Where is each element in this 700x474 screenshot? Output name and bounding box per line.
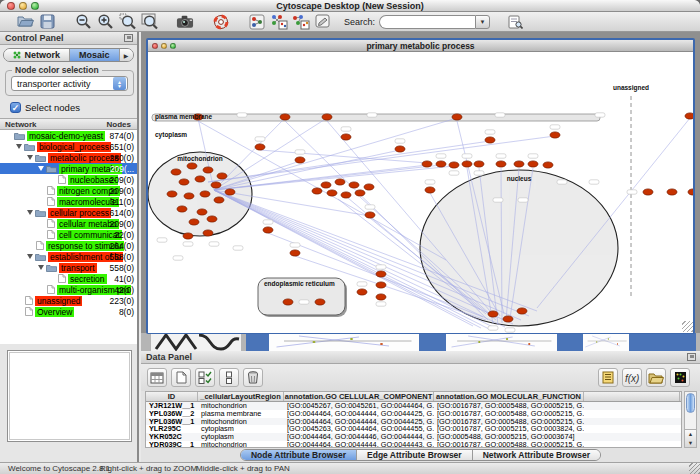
network-node[interactable] bbox=[322, 114, 332, 120]
network-node[interactable] bbox=[321, 182, 331, 188]
layout-b-icon[interactable] bbox=[291, 13, 311, 31]
tree-item[interactable]: cellular metabo209(0) bbox=[0, 218, 137, 229]
show-columns-icon[interactable] bbox=[147, 368, 167, 387]
network-node[interactable] bbox=[436, 161, 446, 167]
node-color-select[interactable]: transporter activity ▲▼ bbox=[11, 76, 128, 91]
network-node[interactable] bbox=[422, 161, 432, 167]
tree-expand-icon[interactable] bbox=[38, 166, 44, 171]
search-dropdown-icon[interactable]: ▼ bbox=[475, 15, 490, 29]
network-node[interactable] bbox=[187, 163, 197, 169]
network-node[interactable] bbox=[528, 161, 538, 167]
network-node[interactable] bbox=[376, 282, 386, 288]
network-node[interactable] bbox=[280, 114, 290, 120]
tree-expand-icon[interactable] bbox=[16, 144, 22, 149]
network-node[interactable] bbox=[462, 161, 472, 167]
tree-item[interactable]: cellular process614(0) bbox=[0, 207, 137, 218]
network-node[interactable] bbox=[355, 190, 365, 196]
tree-item[interactable]: nitrogen compo209(0) bbox=[0, 185, 137, 196]
zoom-selected-icon[interactable] bbox=[117, 13, 137, 31]
import-attributes-icon[interactable] bbox=[646, 368, 666, 387]
tree-item[interactable]: macromolecule311(0) bbox=[0, 196, 137, 207]
tab-network[interactable]: Network bbox=[4, 49, 70, 61]
network-node[interactable] bbox=[283, 299, 293, 305]
browser-tab[interactable]: Node Attribute Browser bbox=[241, 450, 357, 460]
network-node[interactable] bbox=[295, 157, 305, 163]
snapshot-camera-icon[interactable] bbox=[175, 13, 195, 31]
float-panel-icon[interactable] bbox=[124, 34, 133, 42]
network-node[interactable] bbox=[263, 227, 273, 233]
table-row[interactable]: YKR052Ccytoplasm[GO:0044464, GO:0044446,… bbox=[146, 433, 681, 441]
tree-item[interactable]: nucleobase-209(0) bbox=[0, 174, 137, 185]
table-row[interactable]: YJR121W__1mitochondrion[GO:0045267, GO:0… bbox=[146, 402, 681, 410]
table-column-header[interactable]: annotation.GO MOLECULAR_FUNCTION bbox=[434, 392, 584, 401]
network-node[interactable] bbox=[341, 192, 351, 198]
network-node[interactable] bbox=[425, 187, 435, 193]
tree-item[interactable]: secretion41(0) bbox=[0, 273, 137, 284]
tree-item[interactable]: transport558(0) bbox=[0, 262, 137, 273]
scroll-down-icon[interactable]: ▼ bbox=[685, 439, 696, 448]
data-panel-float-icon[interactable] bbox=[687, 353, 696, 361]
network-node[interactable] bbox=[357, 289, 367, 295]
table-row[interactable]: YDR039C__1mitochondrion[GO:0044464, GO:0… bbox=[146, 441, 681, 448]
network-node[interactable] bbox=[290, 250, 300, 256]
delete-attribute-icon[interactable] bbox=[243, 368, 263, 387]
table-column-header[interactable] bbox=[584, 392, 680, 401]
network-node[interactable] bbox=[364, 184, 374, 190]
table-column-header[interactable]: _cellularLayoutRegion bbox=[198, 392, 284, 401]
network-node[interactable] bbox=[167, 191, 177, 197]
network-node[interactable] bbox=[255, 144, 265, 150]
matrix-view-icon[interactable] bbox=[670, 368, 690, 387]
network-node[interactable] bbox=[203, 230, 213, 236]
network-node[interactable] bbox=[517, 308, 527, 314]
network-node[interactable] bbox=[688, 189, 693, 195]
zoom-fit-icon[interactable] bbox=[139, 13, 159, 31]
network-node[interactable] bbox=[395, 146, 405, 152]
network-node[interactable] bbox=[376, 294, 386, 300]
table-scrollbar-thumb[interactable] bbox=[686, 393, 695, 413]
annotations-icon[interactable] bbox=[313, 13, 333, 31]
network-node[interactable] bbox=[365, 212, 375, 218]
window-resize-grip[interactable] bbox=[682, 321, 693, 332]
network-node[interactable] bbox=[667, 189, 677, 195]
tree-expand-icon[interactable] bbox=[27, 155, 33, 160]
network-node[interactable] bbox=[225, 189, 235, 195]
table-column-header[interactable]: annotation.GO CELLULAR_COMPONENT bbox=[284, 392, 434, 401]
birdseye-view[interactable] bbox=[7, 350, 132, 442]
network-node[interactable] bbox=[496, 161, 506, 167]
tabs-overflow-icon[interactable]: ▶ bbox=[120, 49, 133, 61]
tree-item[interactable]: Overview8(0) bbox=[0, 306, 137, 317]
table-row[interactable]: YLR295Ccytoplasm[GO:0045263, GO:0044464,… bbox=[146, 425, 681, 433]
tree-item[interactable]: mosaic-demo-yeast874(0) bbox=[0, 130, 137, 141]
tree-item[interactable]: unassigned223(0) bbox=[0, 295, 137, 306]
network-node[interactable] bbox=[550, 132, 560, 138]
tree-expand-icon[interactable] bbox=[38, 265, 44, 270]
network-node[interactable] bbox=[211, 182, 221, 188]
tree-item[interactable]: cell communicat22(0) bbox=[0, 229, 137, 240]
network-node[interactable] bbox=[207, 216, 217, 222]
attribute-list-icon[interactable] bbox=[598, 368, 618, 387]
network-node[interactable] bbox=[197, 209, 207, 215]
table-row[interactable]: YPL036W__1mitochondrion[GO:0044464, GO:0… bbox=[146, 418, 681, 426]
tree-item[interactable]: response to stimulu264(0) bbox=[0, 240, 137, 251]
table-column-header[interactable]: ID bbox=[146, 392, 198, 401]
network-node[interactable] bbox=[503, 316, 513, 322]
network-node[interactable] bbox=[474, 161, 484, 167]
network-node[interactable] bbox=[183, 233, 193, 239]
tree-expand-icon[interactable] bbox=[27, 210, 33, 215]
network-node[interactable] bbox=[643, 189, 653, 195]
network-node[interactable] bbox=[341, 134, 351, 140]
zoom-out-icon[interactable] bbox=[73, 13, 93, 31]
table-row[interactable]: YPL036W__2plasma membrane[GO:0044464, GO… bbox=[146, 410, 681, 418]
network-node[interactable] bbox=[189, 219, 199, 225]
tree-item[interactable]: multi-organism pro42(0) bbox=[0, 284, 137, 295]
network-node[interactable] bbox=[335, 179, 345, 185]
network-node[interactable] bbox=[214, 197, 224, 203]
network-node[interactable] bbox=[184, 193, 194, 199]
network-node[interactable] bbox=[327, 190, 337, 196]
network-node[interactable] bbox=[195, 176, 205, 182]
open-session-icon[interactable] bbox=[15, 13, 35, 31]
network-node[interactable] bbox=[485, 137, 495, 143]
network-node[interactable] bbox=[685, 113, 693, 119]
table-scrollbar[interactable]: ▲ ▼ bbox=[684, 391, 697, 448]
function-builder-icon[interactable]: f(x) bbox=[622, 368, 642, 387]
